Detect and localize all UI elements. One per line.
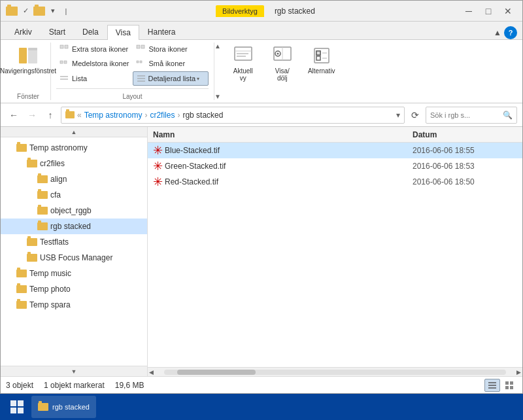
file-date-red: 2016-06-06 18:50 — [413, 177, 517, 186]
tab-visa[interactable]: Visa — [107, 25, 139, 40]
tab-dela[interactable]: Dela — [74, 24, 107, 39]
folder-icon-usb-focus — [27, 254, 37, 262]
horizontal-scroll[interactable]: ◀ ▶ — [148, 367, 522, 376]
file-item-red[interactable]: ✳ Red-Stacked.tif 2016-06-06 18:50 — [148, 174, 522, 190]
ribbon-section-layout: Extra stora ikoner Stora ikoner Medelsto… — [51, 43, 214, 100]
breadcrumb-sep-1: « — [77, 111, 82, 120]
folder-icon-spara — [16, 301, 27, 309]
svg-rect-29 — [316, 51, 320, 55]
tree-item-object-rggb[interactable]: object_rggb — [1, 203, 147, 219]
nav-pane-label: Navigeringsfönstret — [0, 67, 56, 75]
title-bar: ✓ ▾ | Bildverktyg rgb stacked ─ □ ✕ — [1, 1, 522, 22]
forward-button[interactable]: → — [24, 107, 40, 123]
left-scroll-down[interactable]: ▼ — [1, 366, 148, 376]
start-button[interactable] — [5, 395, 29, 419]
h-scroll-thumb[interactable] — [177, 370, 256, 375]
status-bar: 3 objekt 1 objekt markerat 19,6 MB — [1, 376, 522, 393]
col-header-name[interactable]: Namn — [153, 130, 413, 139]
tree-item-rgb-stacked[interactable]: rgb stacked — [1, 219, 147, 234]
tab-start[interactable]: Start — [41, 24, 74, 39]
ribbon-collapse-icon[interactable]: ▲ — [494, 28, 501, 37]
tree-item-photo[interactable]: Temp photo — [1, 281, 147, 297]
svg-rect-39 — [10, 408, 16, 413]
help-button[interactable]: ? — [504, 26, 517, 39]
svg-rect-3 — [60, 45, 63, 48]
ribbon-section-content: Navigeringsfönstret — [11, 43, 45, 90]
tree-item-cfa[interactable]: cfa — [1, 187, 147, 203]
navigation-pane-button[interactable]: Navigeringsfönstret — [11, 43, 45, 77]
detaljerad-caret: ▾ — [197, 76, 199, 82]
search-box[interactable]: 🔍 — [426, 107, 517, 124]
svg-rect-5 — [137, 45, 140, 48]
file-item-green[interactable]: ✳ Green-Stacked.tif 2016-06-06 18:53 — [148, 158, 522, 174]
tree-item-usb-focus[interactable]: USB Focus Manager — [1, 250, 147, 266]
ribbon-scroll-up[interactable]: ▲ — [214, 43, 221, 50]
back-button[interactable]: ← — [6, 107, 22, 123]
status-right — [484, 379, 517, 392]
aktuell-vy-button[interactable]: Aktuellvy — [226, 43, 260, 84]
visa-dolj-button[interactable]: Visa/dölj — [265, 43, 299, 84]
tree-item-spara[interactable]: Temp spara — [1, 297, 147, 313]
quick-access-separator: | — [61, 6, 71, 16]
up-button[interactable]: ↑ — [42, 107, 58, 123]
file-item-blue[interactable]: ✳ Blue-Stacked.tif 2016-06-06 18:55 — [148, 143, 522, 158]
file-date-blue: 2016-06-06 18:55 — [413, 146, 517, 155]
nav-bar: ← → ↑ « Temp astronomy › cr2files › rgb … — [1, 103, 522, 127]
address-bar[interactable]: « Temp astronomy › cr2files › rgb stacke… — [61, 107, 405, 124]
ribbon-content: Navigeringsfönstret Fönster Extra stora … — [1, 40, 522, 103]
caret-icon[interactable]: ▾ — [396, 111, 400, 120]
svg-rect-38 — [18, 400, 24, 406]
svg-point-23 — [277, 53, 278, 55]
folder-icon-music — [16, 270, 27, 277]
tree-item-astronomy[interactable]: Temp astronomy — [1, 140, 147, 156]
h-scroll-track — [164, 370, 506, 375]
details-view-button[interactable] — [484, 379, 500, 392]
maximize-button[interactable]: □ — [479, 5, 498, 18]
search-input[interactable] — [430, 111, 500, 119]
file-name-blue: Blue-Stacked.tif — [165, 146, 413, 155]
tree-item-testflats[interactable]: Testflats — [1, 234, 147, 250]
lista-btn[interactable]: Lista — [56, 71, 131, 86]
quick-access-check[interactable]: ✓ — [20, 6, 31, 16]
lista-icon — [59, 73, 69, 84]
file-name-green: Green-Stacked.tif — [165, 162, 413, 171]
title-bar-icons: ✓ ▾ | — [6, 6, 71, 16]
left-scroll-up[interactable]: ▲ — [1, 127, 148, 137]
status-left: 3 objekt 1 objekt markerat 19,6 MB — [6, 381, 484, 390]
sma-btn[interactable]: Små ikoner — [133, 57, 208, 70]
alternativ-button[interactable]: Alternativ — [305, 43, 339, 77]
refresh-button[interactable]: ⟳ — [407, 107, 423, 123]
medelstora-btn[interactable]: Medelstora ikoner — [56, 57, 131, 70]
folder-icon-cfa — [37, 191, 48, 199]
col-header-date[interactable]: Datum — [413, 130, 517, 139]
tab-arkiv[interactable]: Arkiv — [6, 24, 41, 39]
folder-icon-cr2files — [27, 160, 37, 167]
quick-access-folder — [33, 7, 45, 16]
search-icon[interactable]: 🔍 — [503, 111, 513, 120]
navigation-section-label: Fönster — [17, 90, 39, 100]
taskbar-explorer[interactable]: rgb stacked — [31, 396, 96, 418]
tree-item-music[interactable]: Temp music — [1, 266, 147, 281]
close-button[interactable]: ✕ — [499, 5, 517, 18]
svg-rect-8 — [64, 61, 67, 63]
minimize-button[interactable]: ─ — [460, 5, 478, 18]
tree-item-align[interactable]: align — [1, 171, 147, 187]
detaljerad-btn[interactable]: Detaljerad lista ▾ — [133, 71, 208, 86]
extra-stora-icon — [59, 44, 69, 54]
stora-btn[interactable]: Stora ikoner — [133, 43, 208, 56]
breadcrumb-astronomy[interactable]: Temp astronomy — [84, 111, 143, 120]
h-scroll-right-btn[interactable]: ▶ — [516, 369, 521, 376]
svg-rect-0 — [19, 48, 27, 63]
ribbon-scroll-down[interactable]: ▼ — [214, 93, 221, 100]
folder-icon-testflats — [27, 238, 37, 246]
quick-access-down[interactable]: ▾ — [48, 6, 58, 16]
tab-hantera[interactable]: Hantera — [139, 24, 184, 39]
tree-item-cr2files[interactable]: cr2files — [1, 156, 147, 171]
taskbar-app-label: rgb stacked — [52, 403, 90, 411]
aktuell-vy-icon — [233, 45, 254, 66]
ribbon-nav-scroll: ▲ ▼ — [214, 43, 221, 100]
h-scroll-left-btn[interactable]: ◀ — [149, 369, 154, 376]
extra-stora-btn[interactable]: Extra stora ikoner — [56, 43, 131, 56]
large-icons-view-button[interactable] — [501, 379, 517, 392]
breadcrumb-cr2files[interactable]: cr2files — [150, 111, 175, 120]
